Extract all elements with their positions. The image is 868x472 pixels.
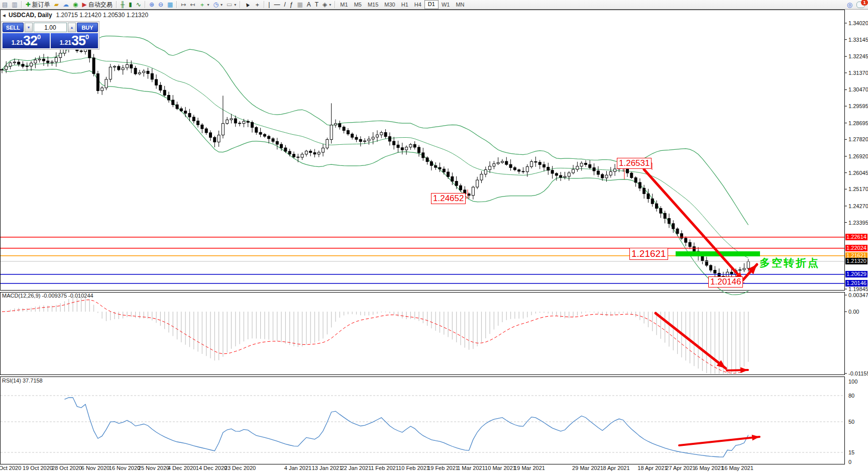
new-order-button: ✚ <box>26 1 31 9</box>
chart-canvas[interactable]: 1.340201.331451.322451.313701.304701.295… <box>0 0 868 472</box>
toolbar-group-arrange: ↦↤＋▾◷▾▭▾ <box>179 0 238 9</box>
timeframe-m15[interactable]: M15 <box>365 1 381 9</box>
price-axis-tick-label: 1.25170 <box>848 186 868 192</box>
timeframe-d1[interactable]: D1 <box>424 0 439 9</box>
shapes-icon: ◈ <box>322 1 327 9</box>
timeframe-h4[interactable]: H4 <box>411 1 424 9</box>
profiles-icon[interactable]: ▥ <box>10 1 19 9</box>
community-icon[interactable]: ☁ <box>61 1 71 9</box>
date-axis-label: 19 Oct 2020 <box>23 465 53 471</box>
grid-icon[interactable]: ▦ <box>295 1 304 9</box>
autotrading-button[interactable]: ▶自动交易 <box>80 1 114 9</box>
price-axis-tag-1.2132: 1.21320 <box>845 258 867 264</box>
signals-icon: ◉ <box>73 1 78 9</box>
notification-badge: 1 <box>861 0 868 6</box>
crosshair-icon[interactable]: ＋ <box>252 1 262 9</box>
volume-decrease-button[interactable]: ▼ <box>25 23 33 32</box>
price-axis-tick-label: 1.23395 <box>848 220 868 226</box>
templates-icon: ▭ <box>227 1 232 9</box>
macd-indicator-label: MACD(12,26,9) -0.009375 -0.010244 <box>2 293 93 299</box>
text-icon: A <box>307 1 311 9</box>
toolbar-group-zoom: ⊕⊖▦ <box>147 0 175 9</box>
price-axis-tick-label: 1.31370 <box>848 70 868 76</box>
signals-icon[interactable]: ◉ <box>71 1 80 9</box>
toolbar-separator <box>335 1 336 8</box>
bar-chart-icon[interactable]: ╫ <box>119 1 127 9</box>
search-icon[interactable]: ◎ <box>847 1 852 9</box>
date-axis-label: 13 Jan 2021 <box>312 465 343 471</box>
date-axis-label: 18 Apr 2021 <box>637 465 667 471</box>
date-axis-label: 6 Nov 2020 <box>81 465 110 471</box>
deposit-icon[interactable]: ▰ <box>52 1 61 9</box>
timeframe-w1[interactable]: W1 <box>439 1 453 9</box>
vertical-line-icon[interactable]: | <box>266 1 272 9</box>
auto-scroll-icon[interactable]: ↦ <box>179 1 188 9</box>
tile-windows-icon: ▦ <box>167 1 173 9</box>
profiles-icon: ▥ <box>12 1 17 9</box>
price-axis-tick-label: 1.28695 <box>848 120 868 126</box>
horizontal-line-icon[interactable]: — <box>272 1 282 9</box>
text-label-icon[interactable]: T <box>313 1 320 9</box>
line-chart-icon[interactable]: ∿ <box>134 1 143 9</box>
price-axis-tag-1.22024: 1.22024 <box>845 245 867 251</box>
fibonacci-icon[interactable]: ƒ <box>288 1 295 9</box>
mt4-window: ▤▥✚新订单▰☁◉▶自动交易╫▮∿⊕⊖▦↦↤＋▾◷▾▭▾▲＋|—/ƒ▦AT◈▾M… <box>0 0 868 472</box>
sell-button[interactable]: SELL <box>3 23 24 32</box>
price-axis-tick-label: 1.26045 <box>848 170 868 176</box>
indicators-icon[interactable]: ＋▾ <box>197 1 211 9</box>
volume-input[interactable] <box>34 23 67 32</box>
price-axis-tick-label: 1.33145 <box>848 37 868 43</box>
toolbar-group-cursor: ▲＋ <box>242 0 262 9</box>
chart-shift-icon: ↤ <box>190 1 195 9</box>
autotrading-button-label: 自动交易 <box>88 1 113 9</box>
sell-price-display[interactable]: 1.21 32 0 <box>3 33 50 48</box>
shapes-icon[interactable]: ◈▾ <box>320 1 333 9</box>
zoom-in-icon[interactable]: ⊕ <box>147 1 156 9</box>
new-order-button[interactable]: ✚新订单 <box>24 1 52 9</box>
candlestick-icon[interactable]: ▮ <box>127 1 134 9</box>
grid-icon: ▦ <box>297 1 302 9</box>
text-icon[interactable]: A <box>305 1 313 9</box>
toolbar-group-left: ▤▥ <box>0 0 20 9</box>
zoom-out-icon: ⊖ <box>158 1 163 9</box>
tile-windows-icon[interactable]: ▦ <box>165 1 175 9</box>
price-axis-tick-label: 1.27820 <box>848 136 868 142</box>
sell-price-prefix: 1.21 <box>12 38 23 48</box>
timeframe-m5[interactable]: M5 <box>351 1 365 9</box>
macd-name: MACD(12,26,9) <box>2 293 40 299</box>
date-axis-label: 16 May 2021 <box>721 465 753 471</box>
volume-increase-button[interactable]: ▲ <box>68 23 76 32</box>
rsi-axis-label: 0 <box>848 459 851 465</box>
zoom-out-icon[interactable]: ⊖ <box>156 1 165 9</box>
date-axis-label: 10 Feb 2021 <box>398 465 429 471</box>
chart-shift-icon[interactable]: ↤ <box>188 1 197 9</box>
crosshair-icon: ＋ <box>254 1 260 9</box>
price-axis-tag-1.20146: 1.20146 <box>845 280 867 287</box>
chart-window-icon: ▤ <box>2 1 8 9</box>
toolbar-group-chart-type: ╫▮∿ <box>119 0 143 9</box>
trendline-icon[interactable]: / <box>282 1 287 9</box>
price-axis-tick-label: 1.32245 <box>848 53 868 59</box>
timeframe-h1[interactable]: H1 <box>398 1 411 9</box>
timeframe-mn[interactable]: MN <box>453 1 467 9</box>
toolbar-separator <box>240 1 241 8</box>
templates-icon[interactable]: ▭▾ <box>225 1 238 9</box>
rsi-value: 37.7158 <box>23 377 43 384</box>
buy-button[interactable]: BUY <box>77 23 98 32</box>
toolbar: ▤▥✚新订单▰☁◉▶自动交易╫▮∿⊕⊖▦↦↤＋▾◷▾▭▾▲＋|—/ƒ▦AT◈▾M… <box>0 0 868 10</box>
buy-price-prefix: 1.21 <box>60 38 71 48</box>
toolbar-separator <box>145 1 146 8</box>
timeframe-m30[interactable]: M30 <box>381 1 398 9</box>
periods-icon[interactable]: ◷▾ <box>211 1 225 9</box>
price-axis-tick-label: 1.19845 <box>848 286 868 292</box>
price-axis-tick-label: 1.26920 <box>848 153 868 159</box>
notifications-icon[interactable]: 1 <box>856 2 865 8</box>
timeframe-m1[interactable]: M1 <box>337 1 351 9</box>
rsi-axis-label: 50 <box>848 419 854 425</box>
timeframe-group: M1M5M15M30H1H4D1W1MN <box>337 0 467 9</box>
autotrading-button: ▶ <box>82 1 86 9</box>
date-axis-label: 6 May 2021 <box>695 465 723 471</box>
chart-window-icon[interactable]: ▤ <box>0 1 10 9</box>
buy-price-display[interactable]: 1.21 35 0 <box>51 33 98 48</box>
cursor-icon[interactable]: ▲ <box>242 1 252 9</box>
